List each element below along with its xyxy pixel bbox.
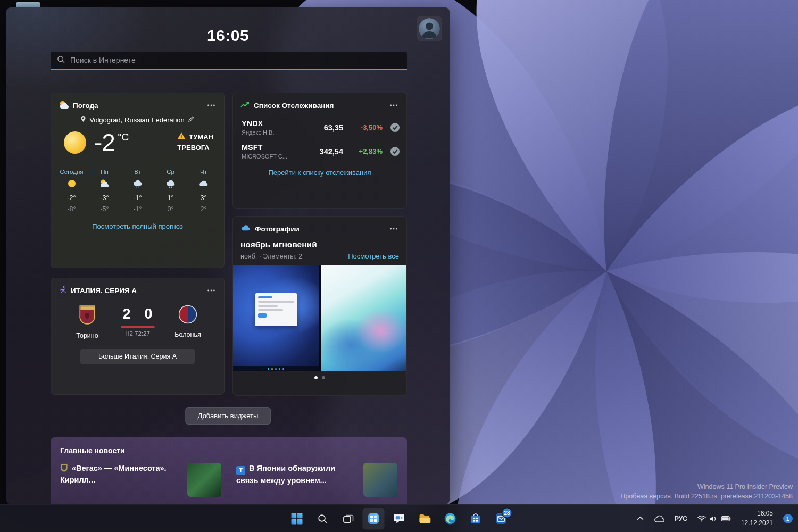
forecast-col-mon[interactable]: Пн -3° -5° (88, 164, 121, 217)
watchlist-widget[interactable]: Список Отслеживания YNDX Яндекс Н.В. 63 (232, 93, 407, 209)
watchlist-menu-button[interactable] (385, 99, 402, 112)
forecast-low: 2° (201, 205, 207, 213)
stock-name: MICROSOFT C... (242, 153, 301, 160)
away-team: Болонья (165, 305, 210, 338)
alert-text-line1: ТУМАН (189, 132, 213, 143)
photo-strip (233, 265, 406, 371)
edge-browser-button[interactable] (439, 508, 461, 529)
away-score: 0 (145, 306, 153, 322)
forecast-high: -2° (67, 194, 76, 202)
weather-alert[interactable]: ТУМАН ТРЕВОГА (177, 132, 213, 153)
tray-overflow-button[interactable] (633, 509, 648, 529)
stock-change: +2,83% (343, 147, 383, 155)
news-item-text: TВ Японии обнаружили связь между уровнем… (236, 463, 357, 497)
ellipsis-icon (389, 101, 398, 110)
weather-menu-button[interactable] (203, 99, 220, 112)
torino-crest-icon (79, 305, 96, 327)
clock-calendar-button[interactable]: 16:05 12.12.2021 (737, 509, 777, 529)
forecast-high: -3° (100, 194, 109, 202)
t-source-logo: T (236, 466, 245, 475)
forecast-high: 1° (168, 194, 174, 202)
badged-app-button[interactable]: 28 (491, 508, 512, 529)
news-item-1[interactable]: «Вегас» — «Миннесота». Кирилл... (60, 463, 221, 497)
task-view-button[interactable] (337, 508, 359, 529)
current-temperature: -2 (94, 130, 115, 155)
location-pin-icon (80, 115, 86, 124)
search-input[interactable] (70, 56, 401, 64)
language-indicator[interactable]: РУС (670, 509, 692, 529)
forecast-col-wed[interactable]: Ср 1° 0° (154, 164, 187, 217)
sports-widget[interactable]: ИТАЛИЯ. СЕРИЯ А (51, 278, 225, 395)
stock-row-yndx[interactable]: YNDX Яндекс Н.В. 63,35 -3,50% (233, 115, 406, 139)
watermark-line-1: Windows 11 Pro Insider Preview (620, 482, 793, 492)
news-item-2[interactable]: TВ Японии обнаружили связь между уровнем… (236, 463, 397, 497)
alert-text-line2: ТРЕВОГА (177, 144, 209, 152)
sports-more-button[interactable]: Больше Италия. Серия А (80, 349, 195, 364)
photos-see-all-link[interactable]: Посмотреть все (348, 252, 399, 260)
stock-ticker: MSFT (242, 143, 301, 152)
screenshot-taskbar (233, 366, 319, 371)
tray-date: 12.12.2021 (741, 519, 773, 528)
check-circle-icon[interactable] (390, 146, 400, 156)
ellipsis-icon (389, 224, 398, 234)
photos-menu-button[interactable] (385, 222, 402, 235)
weather-full-forecast-link[interactable]: Посмотреть полный прогноз (92, 222, 183, 230)
bologna-crest-icon (178, 305, 197, 326)
watchlist-goto-link[interactable]: Перейти к списку отслеживания (268, 169, 371, 177)
sports-menu-button[interactable] (203, 284, 220, 297)
pagination-dot[interactable] (322, 376, 325, 379)
pagination-dot-active[interactable] (314, 376, 318, 379)
start-button[interactable] (286, 508, 308, 529)
onedrive-button[interactable] (650, 509, 669, 529)
news-thumbnail-2 (363, 463, 397, 497)
battery-icon (721, 516, 731, 521)
forecast-low: -8° (67, 205, 76, 213)
home-score: 2 (122, 306, 130, 322)
search-icon (317, 513, 328, 524)
match-row[interactable]: Торино 2 0 H2 72:27 (51, 301, 224, 339)
widgets-column-right: Список Отслеживания YNDX Яндекс Н.В. 63 (232, 93, 407, 396)
microsoft-store-button[interactable] (465, 508, 487, 529)
avatar-image (419, 18, 440, 39)
stock-name: Яндекс Н.В. (242, 129, 301, 136)
forecast-day-label: Сегодня (60, 169, 83, 175)
sun-icon (64, 131, 86, 154)
photo-thumbnail-1[interactable] (233, 265, 319, 371)
forecast-low: -5° (100, 205, 109, 213)
add-widgets-button[interactable]: Добавить виджеты (185, 407, 271, 425)
forecast-high: -1° (133, 194, 142, 202)
stock-row-msft[interactable]: MSFT MICROSOFT C... 342,54 +2,83% (233, 139, 406, 163)
network-volume-battery-group[interactable] (693, 509, 735, 529)
panel-clock: 16:05 (6, 27, 450, 45)
chevron-up-icon (637, 516, 644, 521)
windows-logo-icon (291, 512, 303, 525)
check-circle-icon[interactable] (390, 122, 400, 132)
warning-triangle-icon (177, 132, 186, 143)
edit-pencil-icon[interactable] (188, 115, 195, 124)
forecast-col-tue[interactable]: Вт -1° -1° (121, 164, 154, 217)
search-bar[interactable] (51, 52, 407, 70)
taskbar-search-button[interactable] (312, 508, 334, 529)
edge-icon (444, 512, 456, 525)
app-notification-badge: 28 (502, 508, 511, 517)
widgets-icon (368, 512, 380, 525)
forecast-col-today[interactable]: Сегодня -2° -8° (55, 164, 88, 217)
photos-pagination (233, 371, 406, 384)
task-view-icon (342, 513, 354, 525)
system-tray: РУС 16: (633, 505, 795, 532)
notification-center-button[interactable]: 1 (779, 509, 795, 529)
widgets-button[interactable] (363, 508, 385, 529)
chat-icon (393, 512, 405, 525)
user-avatar-button[interactable] (417, 16, 442, 41)
chat-button[interactable] (388, 508, 410, 529)
home-team: Торино (65, 305, 110, 339)
sports-title: ИТАЛИЯ. СЕРИЯ А (71, 287, 198, 295)
file-explorer-button[interactable] (414, 508, 436, 529)
forecast-day-label: Чт (200, 169, 207, 175)
photo-thumbnail-2[interactable] (321, 265, 407, 371)
forecast-col-thu[interactable]: Чт 3° 2° (187, 164, 220, 217)
photos-widget[interactable]: Фотографии ноябрь мгновений нояб. · Элем… (232, 216, 407, 396)
weather-location-row[interactable]: Volgograd, Russian Federation (51, 115, 224, 124)
forecast-day-label: Ср (167, 169, 174, 175)
weather-widget[interactable]: Погода Volgograd, Ru (51, 93, 225, 268)
